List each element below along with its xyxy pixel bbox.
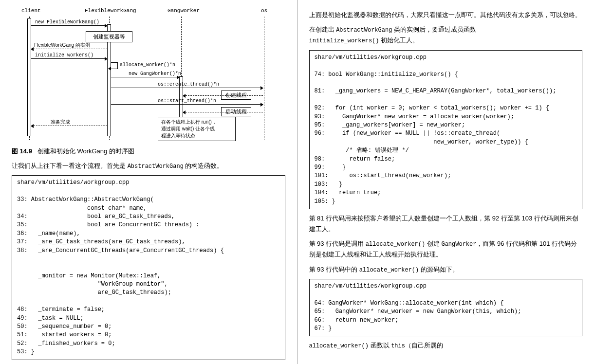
figure-caption: 图 14.9 创建和初始化 WorkGang 的时序图 bbox=[12, 147, 285, 156]
figure-number: 图 14.9 bbox=[12, 147, 32, 155]
seq-msg: os::create_thread()*n bbox=[158, 82, 219, 87]
inline-code: this bbox=[391, 343, 405, 349]
seq-msg: 准备完成 bbox=[51, 119, 70, 126]
sequence-diagram: client FlexibleWorkGang GangWorker os ne… bbox=[12, 6, 275, 142]
seq-msg: initialize workers() bbox=[35, 53, 93, 58]
inline-code: GangWorker bbox=[441, 241, 476, 248]
seq-lane-gang: FlexibleWorkGang bbox=[85, 8, 136, 14]
seq-msg: allocate_worker()*n bbox=[120, 62, 175, 68]
inline-code: initialize_workers() bbox=[309, 37, 379, 44]
paragraph: 第 93 行代码中的 allocate_worker() 的源码如下。 bbox=[309, 264, 583, 275]
seq-lane-os: os bbox=[261, 8, 267, 14]
paragraph: allocate_worker() 函数以 this（自己所属的 bbox=[309, 340, 583, 351]
right-column: 上面是初始化监视器和数据的代码，大家只看懂这一点即可。其他代码没有太多关系，可以… bbox=[297, 0, 594, 364]
inline-code: allocate_worker() bbox=[309, 343, 369, 349]
code-listing: share/vm/utilities/workgroup.cpp 64: Gan… bbox=[309, 279, 583, 336]
inline-code: AbstractWorkGang bbox=[128, 163, 184, 170]
paragraph: 第 93 行代码是调用 allocate_worker() 创建 GangWor… bbox=[309, 238, 583, 260]
seq-lane-client: client bbox=[21, 8, 41, 14]
seq-msg: FlexibleWorkGang 的实例 bbox=[34, 42, 90, 49]
code-listing: share/vm/utilities/workgroup.cpp 74: boo… bbox=[309, 50, 583, 209]
seq-lane-worker: GangWorker bbox=[167, 8, 200, 14]
seq-msg: new FlexibleWorkGang() bbox=[35, 19, 99, 25]
figure-title: 创建和初始化 WorkGang 的时序图 bbox=[37, 147, 134, 155]
seq-msg: new GangWorker()*n bbox=[129, 71, 181, 76]
inline-code: allocate_worker() bbox=[366, 241, 425, 248]
paragraph: 在创建出 AbstractWorkGang 类的实例后，要通过成员函数 init… bbox=[309, 24, 583, 46]
code-listing: share/vm/utilities/workgroup.cpp 33: Abs… bbox=[12, 175, 285, 360]
inline-code: allocate_worker() bbox=[359, 267, 419, 273]
inline-code: AbstractWorkGang bbox=[336, 27, 392, 34]
seq-note: 在各个线程上执行 run()， 通过调用 wait() 让各个线 程进入等待状态 bbox=[158, 117, 236, 141]
paragraph: 让我们从上往下看一看这个流程。首先是 AbstractWorkGang 的构造函… bbox=[12, 161, 285, 171]
left-column: client FlexibleWorkGang GangWorker os ne… bbox=[0, 0, 297, 364]
paragraph: 第 81 行代码用来按照客户希望的工人数量创建一个工人数组，第 92 行至第 1… bbox=[309, 213, 583, 235]
seq-msg: os::start_thread()*n bbox=[158, 98, 216, 104]
paragraph: 上面是初始化监视器和数据的代码，大家只看懂这一点即可。其他代码没有太多关系，可以… bbox=[309, 10, 583, 20]
seq-note: 创建监视器等 bbox=[86, 31, 132, 42]
